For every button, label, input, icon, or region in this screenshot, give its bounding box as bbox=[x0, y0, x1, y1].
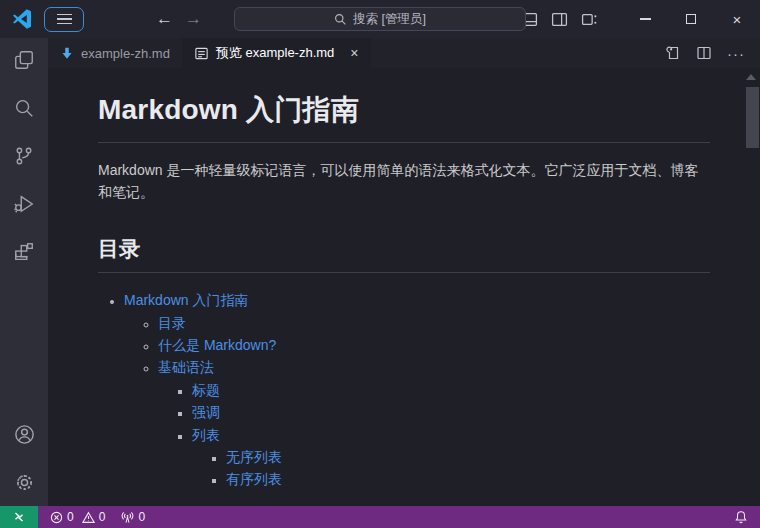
toc-link[interactable]: 列表 bbox=[192, 427, 220, 443]
list-item: 无序列表 bbox=[226, 446, 710, 468]
toc-link[interactable]: 无序列表 bbox=[226, 449, 282, 465]
toc-link[interactable]: 什么是 Markdown? bbox=[158, 337, 276, 353]
close-tab-icon[interactable]: × bbox=[350, 46, 358, 60]
toc-link[interactable]: 有序列表 bbox=[226, 471, 282, 487]
close-window-button[interactable]: × bbox=[714, 0, 760, 38]
title-bar: ← → 搜索 [管理员] bbox=[0, 0, 760, 38]
error-count: 0 bbox=[67, 510, 74, 524]
editor-group: example-zh.md 预览 example-zh.md × bbox=[48, 38, 760, 506]
editor-actions: ··· bbox=[665, 38, 760, 68]
vscode-window: ← → 搜索 [管理员] bbox=[0, 0, 760, 528]
list-item: 链接 bbox=[192, 502, 710, 506]
scrollbar-thumb[interactable] bbox=[746, 87, 759, 148]
navigate-forward-icon[interactable]: → bbox=[185, 9, 202, 29]
application-menu-button[interactable] bbox=[44, 7, 84, 32]
tab-example-zh-md[interactable]: example-zh.md bbox=[48, 38, 182, 68]
list-item: 目录 bbox=[158, 312, 710, 334]
markdown-file-icon bbox=[60, 46, 74, 60]
toc-heading: 目录 bbox=[98, 232, 710, 274]
search-icon[interactable] bbox=[12, 96, 36, 120]
toc-link[interactable]: 链接 bbox=[192, 505, 220, 506]
settings-gear-icon[interactable] bbox=[12, 470, 36, 494]
problems-indicator[interactable]: 0 0 bbox=[50, 510, 109, 524]
search-label: 搜索 [管理员] bbox=[353, 11, 426, 28]
vscode-logo-icon bbox=[12, 9, 32, 29]
list-item: 基础语法 标题 强调 列表 无序列表 有序列表 bbox=[158, 356, 710, 506]
page-title: Markdown 入门指南 bbox=[98, 88, 710, 143]
toc-list: Markdown 入门指南 目录 什么是 Markdown? 基础语法 标题 强… bbox=[98, 289, 710, 506]
preview-icon bbox=[194, 46, 209, 61]
split-editor-icon[interactable] bbox=[696, 45, 712, 61]
show-source-icon[interactable] bbox=[665, 45, 681, 61]
list-item: 什么是 Markdown? bbox=[158, 334, 710, 356]
list-item: 标题 bbox=[192, 379, 710, 401]
toc-link[interactable]: 强调 bbox=[192, 404, 220, 420]
tab-label: 预览 example-zh.md bbox=[216, 44, 334, 62]
toggle-secondary-sidebar-icon[interactable] bbox=[551, 11, 568, 28]
scroll-up-arrow[interactable] bbox=[746, 74, 756, 80]
markdown-preview: Markdown 入门指南 Markdown 是一种轻量级标记语言，可以使用简单… bbox=[48, 68, 760, 506]
intro-paragraph: Markdown 是一种轻量级标记语言，可以使用简单的语法来格式化文本。它广泛应… bbox=[98, 159, 710, 204]
toc-link[interactable]: 目录 bbox=[158, 315, 186, 331]
toc-link[interactable]: 标题 bbox=[192, 382, 220, 398]
explorer-icon[interactable] bbox=[12, 48, 36, 72]
error-icon bbox=[50, 511, 63, 524]
list-item: 列表 无序列表 有序列表 bbox=[192, 424, 710, 491]
extensions-icon[interactable] bbox=[12, 240, 36, 264]
ports-indicator[interactable]: 0 bbox=[121, 510, 149, 524]
minimize-button[interactable] bbox=[622, 0, 668, 38]
toc-link[interactable]: 基础语法 bbox=[158, 359, 214, 375]
navigate-back-icon[interactable]: ← bbox=[156, 9, 173, 29]
list-item: Markdown 入门指南 目录 什么是 Markdown? 基础语法 标题 强… bbox=[124, 289, 710, 506]
notifications-bell-icon[interactable] bbox=[734, 510, 748, 524]
warning-icon bbox=[82, 511, 95, 524]
radio-tower-icon bbox=[121, 511, 134, 524]
customize-layout-icon[interactable] bbox=[581, 11, 598, 28]
ports-count: 0 bbox=[138, 510, 145, 524]
command-center-search[interactable]: 搜索 [管理员] bbox=[234, 7, 526, 31]
remote-indicator[interactable] bbox=[0, 506, 38, 528]
accounts-icon[interactable] bbox=[12, 422, 36, 446]
remote-icon bbox=[12, 510, 26, 524]
tab-label: example-zh.md bbox=[81, 46, 170, 61]
list-item: 有序列表 bbox=[226, 468, 710, 490]
run-debug-icon[interactable] bbox=[12, 192, 36, 216]
tab-preview-example-zh-md[interactable]: 预览 example-zh.md × bbox=[182, 38, 371, 68]
list-item: 强调 bbox=[192, 401, 710, 423]
toc-link[interactable]: Markdown 入门指南 bbox=[124, 292, 248, 308]
source-control-icon[interactable] bbox=[12, 144, 36, 168]
maximize-button[interactable] bbox=[668, 0, 714, 38]
tab-bar: example-zh.md 预览 example-zh.md × bbox=[48, 38, 760, 68]
search-icon bbox=[334, 13, 347, 26]
status-bar: 0 0 0 bbox=[0, 506, 760, 528]
more-actions-icon[interactable]: ··· bbox=[727, 45, 745, 62]
activity-bar bbox=[0, 38, 48, 506]
warning-count: 0 bbox=[99, 510, 106, 524]
